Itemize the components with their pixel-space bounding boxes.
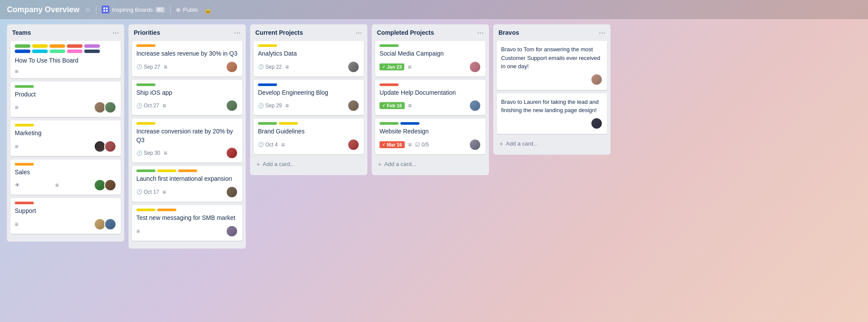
column-menu-completed[interactable]: ···	[477, 29, 484, 37]
column-menu-teams[interactable]: ···	[112, 29, 119, 37]
desc-icon: ≡	[162, 189, 166, 196]
card-title-social: Social Media Campaign	[380, 50, 481, 58]
card-smb[interactable]: Test new messaging for SMB market ≡	[132, 205, 242, 241]
clock-icon: 🕐	[258, 142, 264, 147]
date-badge-social: ✓ Jan 23	[380, 63, 404, 70]
card-avatars	[226, 225, 238, 237]
label-cyan	[32, 50, 48, 53]
card-meta: ✓ Feb 16 ≡	[380, 100, 481, 112]
label-orange	[50, 44, 65, 48]
card-labels	[380, 44, 481, 47]
card-title-product: Product	[15, 90, 116, 99]
date-text: Sep 27	[144, 64, 160, 70]
card-brand[interactable]: Brand Guidelines 🕐 Oct 4 ≡	[254, 119, 364, 154]
date-item: 🕐 Sep 30	[136, 150, 160, 156]
meta-left: 🕐 Oct 27 ≡	[136, 102, 166, 109]
column-teams: Teams ··· How To Use This Board ≡	[7, 24, 124, 242]
date-item: 🕐 Sep 27	[136, 64, 160, 70]
column-completed-projects: Completed Projects ··· Social Media Camp…	[372, 24, 489, 175]
svg-rect-0	[103, 7, 105, 9]
add-card-current[interactable]: ＋ Add a card...	[254, 158, 364, 171]
card-sales-revenue[interactable]: Increase sales revenue by 30% in Q3 🕐 Se…	[132, 41, 242, 76]
workspace-badge: BC	[155, 7, 165, 13]
add-card-label: Add a card...	[506, 140, 538, 147]
clock-icon: 🕐	[136, 103, 142, 109]
card-how-to[interactable]: How To Use This Board ≡	[10, 41, 121, 78]
bravo-card-lauren[interactable]: Bravo to Lauren for taking the lead and …	[497, 93, 607, 134]
card-international[interactable]: Launch first international expansion 🕐 O…	[132, 166, 242, 202]
add-card-bravos[interactable]: ＋ Add a card...	[497, 137, 607, 150]
date-item: 🕐 Oct 17	[136, 189, 159, 195]
card-social-media[interactable]: Social Media Campaign ✓ Jan 23 ≡	[375, 41, 485, 76]
date-text: Sep 29	[265, 103, 282, 109]
avatar	[347, 100, 360, 112]
label-yellow	[258, 44, 277, 47]
star-icon[interactable]: ☆	[85, 6, 91, 14]
desc-icon: ≡	[285, 63, 289, 70]
date-text: Oct 4	[265, 142, 278, 148]
bravo-card-tom[interactable]: Bravo to Tom for answering the most Cust…	[497, 41, 607, 90]
card-conversion[interactable]: Increase conversion rate by 20% by Q3 🕐 …	[132, 119, 242, 163]
card-avatars-sales	[94, 179, 116, 191]
card-product[interactable]: Product ≡	[10, 82, 121, 117]
card-avatars	[226, 100, 238, 112]
card-meta: ✓ Jan 23 ≡	[380, 61, 481, 73]
clock-icon: 🕐	[258, 103, 264, 109]
avatar	[347, 139, 360, 151]
card-meta: 🕐 Oct 27 ≡	[136, 100, 238, 112]
label	[15, 202, 34, 204]
header-separator	[96, 5, 96, 14]
clock-icon: 🕐	[136, 189, 142, 195]
avatar	[104, 179, 116, 191]
card-labels	[380, 122, 481, 125]
add-card-completed[interactable]: ＋ Add a card...	[375, 158, 485, 171]
card-support[interactable]: Support ≡	[10, 198, 121, 234]
avatar	[469, 139, 481, 151]
card-website[interactable]: Website Redesign ✓ Mar 16 ≡ ☑ 0/5	[375, 119, 485, 154]
label-blue	[400, 122, 419, 125]
meta-left: 🕐 Oct 4 ≡	[258, 141, 285, 148]
column-menu-priorities[interactable]: ···	[234, 29, 241, 37]
label	[15, 85, 34, 88]
board: Teams ··· How To Use This Board ≡	[0, 19, 868, 322]
card-meta-product: ≡	[15, 101, 116, 113]
card-meta: 🕐 Oct 17 ≡	[136, 186, 238, 198]
svg-rect-2	[103, 10, 105, 12]
card-sales[interactable]: Sales 👁 ≡	[10, 159, 121, 195]
card-labels	[136, 169, 238, 172]
desc-icon: ≡	[15, 143, 18, 150]
label-green	[380, 44, 399, 47]
card-ios-app[interactable]: Ship iOS app 🕐 Oct 27 ≡	[132, 80, 242, 116]
bravo-footer-tom	[501, 73, 603, 86]
visibility-toggle[interactable]: ⊕ Public	[176, 7, 198, 13]
card-labels	[258, 122, 360, 125]
label-red	[380, 83, 399, 86]
card-meta: 🕐 Oct 4 ≡	[258, 139, 360, 151]
card-avatars	[226, 186, 238, 198]
checklist-icon: ☑	[415, 142, 420, 148]
card-title-international: Launch first international expansion	[136, 175, 238, 183]
avatar	[347, 61, 360, 73]
date-item: 🕐 Oct 4	[258, 142, 278, 148]
avatar	[226, 147, 238, 159]
card-avatars	[469, 61, 481, 73]
column-header-teams: Teams ···	[10, 29, 121, 37]
card-marketing[interactable]: Marketing ≡	[10, 120, 121, 156]
card-analytics[interactable]: Analytics Data 🕐 Sep 22 ≡	[254, 41, 364, 76]
column-menu-bravos[interactable]: ···	[599, 29, 605, 37]
date-item: 🕐 Oct 27	[136, 103, 159, 109]
clock-icon: 🕐	[258, 64, 264, 70]
lock-icon: 🔒	[204, 6, 212, 14]
workspace-link[interactable]: Inspiring Boards BC	[102, 6, 165, 13]
column-bravos: Bravos ··· Bravo to Tom for answering th…	[493, 24, 611, 155]
label-green	[380, 122, 399, 125]
label-yellow	[136, 122, 155, 125]
bravo-text-tom: Bravo to Tom for answering the most Cust…	[501, 45, 603, 71]
date-badge-website: ✓ Mar 16	[380, 141, 405, 148]
column-menu-current[interactable]: ···	[356, 29, 362, 37]
card-eng-blog[interactable]: Develop Engineering Blog 🕐 Sep 29 ≡	[254, 80, 364, 116]
card-meta: 🕐 Sep 27 ≡	[136, 61, 238, 73]
desc-icon: ≡	[55, 182, 59, 189]
avatar	[226, 186, 238, 198]
card-help-docs[interactable]: Update Help Documentation ✓ Feb 16 ≡	[375, 80, 485, 116]
